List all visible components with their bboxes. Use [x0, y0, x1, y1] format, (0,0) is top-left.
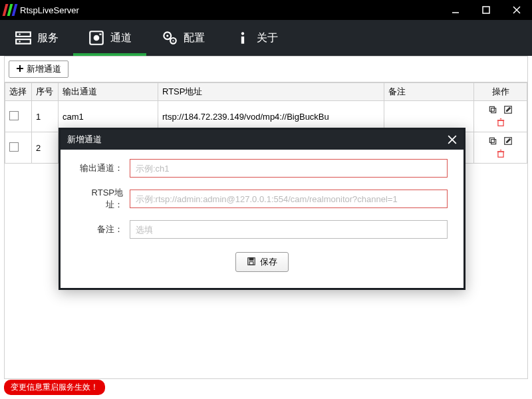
window-titlebar: RtspLiveServer: [0, 0, 532, 20]
col-output: 输出通道: [59, 83, 158, 101]
svg-rect-34: [249, 257, 253, 260]
tab-config-label: 配置: [184, 31, 205, 45]
tab-config[interactable]: 配置: [146, 20, 219, 56]
col-action: 操作: [474, 83, 527, 101]
svg-rect-35: [249, 261, 253, 265]
svg-rect-1: [483, 7, 489, 13]
svg-rect-26: [489, 138, 494, 142]
row-checkbox[interactable]: [9, 111, 19, 120]
svg-rect-25: [491, 140, 495, 144]
delete-icon[interactable]: [495, 116, 507, 128]
copy-icon[interactable]: [487, 135, 499, 147]
svg-rect-10: [99, 34, 101, 35]
save-label: 保存: [260, 256, 277, 268]
main-tabs: 服务 通道 配置 关于: [0, 20, 532, 56]
maximize-button[interactable]: [471, 0, 501, 20]
input-rtsp-url[interactable]: [130, 190, 448, 208]
edit-icon[interactable]: [502, 135, 514, 147]
save-icon: [247, 257, 256, 268]
svg-rect-28: [497, 152, 503, 157]
input-output-channel[interactable]: [130, 159, 448, 178]
add-channel-modal: 新增通道 输出通道： RTSP地址： 备注： 保存: [59, 128, 466, 290]
col-rtsp: RTSP地址: [158, 83, 384, 101]
modal-title: 新增通道: [67, 134, 102, 146]
tab-about[interactable]: 关于: [219, 20, 293, 56]
svg-point-14: [172, 40, 174, 41]
svg-rect-16: [241, 37, 244, 44]
config-icon: [161, 29, 178, 47]
input-note[interactable]: [130, 220, 448, 239]
close-button[interactable]: [501, 0, 532, 20]
col-note: 备注: [384, 83, 474, 101]
save-button[interactable]: 保存: [235, 252, 289, 272]
edit-icon[interactable]: [502, 104, 514, 116]
svg-rect-20: [489, 106, 494, 111]
plus-icon: [16, 65, 24, 74]
channel-icon: [88, 29, 105, 47]
svg-rect-22: [497, 120, 503, 126]
window-title: RtspLiveServer: [20, 5, 440, 15]
service-icon: [15, 29, 32, 47]
add-channel-label: 新增通道: [27, 63, 61, 75]
svg-point-9: [94, 35, 100, 41]
label-output: 输出通道：: [76, 162, 130, 174]
svg-rect-4: [16, 32, 31, 37]
svg-point-15: [241, 32, 244, 35]
label-rtsp: RTSP地址：: [76, 187, 130, 211]
footer: 变更信息重启服务生效！: [4, 380, 105, 395]
toolbar: 新增通道: [5, 57, 527, 82]
cell-index: 1: [32, 101, 59, 132]
about-icon: [234, 29, 251, 47]
delete-icon[interactable]: [495, 148, 507, 160]
tab-service-label: 服务: [37, 31, 59, 45]
cell-index: 2: [32, 132, 59, 164]
modal-close-button[interactable]: [448, 135, 457, 144]
tab-channel-label: 通道: [110, 31, 132, 45]
add-channel-button[interactable]: 新增通道: [9, 61, 68, 78]
tab-channel[interactable]: 通道: [73, 20, 146, 56]
tab-service[interactable]: 服务: [0, 20, 73, 56]
minimize-button[interactable]: [440, 0, 471, 20]
label-note: 备注：: [76, 223, 130, 235]
restart-notice-badge: 变更信息重启服务生效！: [4, 380, 105, 395]
svg-rect-19: [491, 108, 495, 113]
svg-rect-5: [16, 39, 31, 43]
copy-icon[interactable]: [487, 104, 499, 116]
col-index: 序号: [32, 83, 59, 101]
col-select: 选择: [5, 83, 32, 101]
svg-point-12: [166, 35, 168, 37]
modal-header[interactable]: 新增通道: [61, 130, 464, 150]
row-checkbox[interactable]: [9, 142, 19, 152]
app-logo: [4, 4, 16, 16]
tab-about-label: 关于: [257, 31, 278, 45]
